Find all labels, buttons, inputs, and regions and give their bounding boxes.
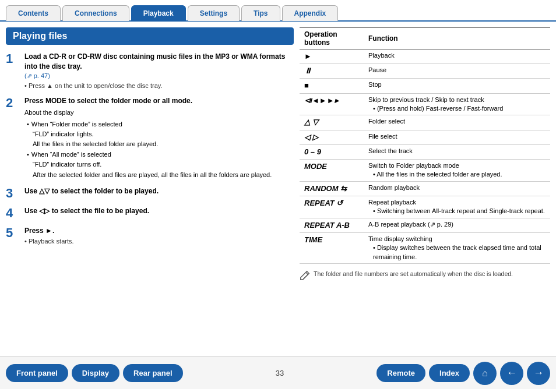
home-button[interactable]: ⌂ — [473, 362, 497, 385]
table-row: ◁ ▷File select — [300, 130, 550, 144]
btn-symbol: ⧏◄►►▸ — [300, 93, 364, 115]
btn-symbol: ■ — [300, 79, 364, 93]
step-ref: (⇗ p. 47) — [24, 72, 294, 80]
step-content: Use △▽ to select the folder to be played… — [24, 186, 294, 200]
tab-connections[interactable]: Connections — [62, 5, 129, 21]
btn-symbol: TIME — [300, 232, 364, 263]
steps-container: 1Load a CD-R or CD-RW disc containing mu… — [6, 52, 294, 246]
btn-function: Stop — [364, 79, 550, 93]
step-bullet: • Press ▲ on the unit to open/close the … — [24, 82, 294, 90]
btn-function: Switch to Folder playback modeAll the fi… — [364, 159, 550, 181]
btn-function: File select — [364, 130, 550, 144]
main-content: Playing files 1Load a CD-R or CD-RW disc… — [0, 22, 556, 356]
btn-symbol: ► — [300, 50, 364, 64]
top-nav: ContentsConnectionsPlaybackSettingsTipsA… — [0, 0, 556, 22]
display-button[interactable]: Display — [72, 364, 119, 382]
btn-function: Skip to previous track / Skip to next tr… — [364, 93, 550, 115]
note-section: The folder and file numbers are set auto… — [300, 270, 550, 281]
tab-playback[interactable]: Playback — [131, 5, 186, 21]
col-header-buttons: Operation buttons — [300, 28, 364, 50]
step-sub-detail: After the selected folder and files are … — [33, 171, 294, 179]
col-header-function: Function — [364, 28, 550, 50]
remote-button[interactable]: Remote — [376, 364, 425, 382]
btn-symbol: ⏸ — [300, 64, 364, 79]
table-row: ►Playback — [300, 50, 550, 64]
step-number: 2 — [6, 96, 19, 181]
btn-function: Repeat playbackSwitching between All-tra… — [364, 196, 550, 218]
svg-marker-1 — [301, 271, 309, 280]
tab-settings[interactable]: Settings — [188, 5, 240, 21]
operation-table: Operation buttons Function ►Playback⏸Pau… — [300, 27, 550, 264]
step-content: Press ►.• Playback starts. — [24, 226, 294, 246]
btn-symbol: RANDOM ⇆ — [300, 181, 364, 196]
btn-function-sub: (Press and hold) Fast-reverse / Fast-for… — [373, 104, 546, 113]
table-row: MODESwitch to Folder playback modeAll th… — [300, 159, 550, 181]
btn-symbol: △ ▽ — [300, 115, 364, 130]
table-row: REPEAT A-BA-B repeat playback (⇗ p. 29) — [300, 218, 550, 232]
btn-symbol: ◁ ▷ — [300, 130, 364, 144]
step-5: 5Press ►.• Playback starts. — [6, 226, 294, 246]
step-number: 1 — [6, 52, 19, 90]
step-3: 3Use △▽ to select the folder to be playe… — [6, 186, 294, 200]
tab-tips[interactable]: Tips — [241, 5, 280, 21]
table-row: ■Stop — [300, 79, 550, 93]
tab-contents[interactable]: Contents — [6, 5, 61, 21]
step-number: 3 — [6, 186, 19, 200]
step-number: 4 — [6, 206, 19, 220]
step-bold-text: Load a CD-R or CD-RW disc containing mus… — [24, 52, 294, 72]
step-bold-text: Press MODE to select the folder mode or … — [24, 96, 294, 106]
btn-function: Pause — [364, 64, 550, 79]
step-sub-bullet: When “Folder mode” is selected — [27, 120, 294, 129]
step-content: Load a CD-R or CD-RW disc containing mus… — [24, 52, 294, 90]
section-title: Playing files — [6, 27, 294, 45]
index-button[interactable]: Index — [429, 364, 470, 382]
btn-function-sub: All the files in the selected folder are… — [373, 170, 546, 179]
step-bold-text: Use ◁▷ to select the file to be played. — [24, 206, 294, 216]
btn-function: Random playback — [364, 181, 550, 196]
table-row: △ ▽Folder select — [300, 115, 550, 130]
page-number: 33 — [186, 369, 374, 377]
btn-function: Select the track — [364, 144, 550, 159]
table-body: ►Playback⏸Pause■Stop⧏◄►►▸Skip to previou… — [300, 50, 550, 264]
note-text: The folder and file numbers are set auto… — [314, 270, 513, 278]
rear-panel-button[interactable]: Rear panel — [123, 364, 182, 382]
tab-appendix[interactable]: Appendix — [282, 5, 339, 21]
step-number: 5 — [6, 226, 19, 246]
step-bold-text: Press ►. — [24, 226, 294, 236]
bottom-nav: Front panel Display Rear panel 33 Remote… — [0, 356, 556, 389]
table-row: TIMETime display switchingDisplay switch… — [300, 232, 550, 263]
table-row: 0 – 9Select the track — [300, 144, 550, 159]
step-bold-text: Use △▽ to select the folder to be played… — [24, 186, 294, 196]
back-button[interactable]: ← — [500, 362, 523, 385]
step-sub-detail: “FLD” indicator lights. — [33, 130, 294, 139]
step-2: 2Press MODE to select the folder mode or… — [6, 96, 294, 181]
btn-function-sub: Display switches between the track elaps… — [373, 243, 546, 262]
btn-symbol: REPEAT ↺ — [300, 196, 364, 218]
step-content: Use ◁▷ to select the file to be played. — [24, 206, 294, 220]
step-sub-items: When “Folder mode” is selected“FLD” indi… — [27, 120, 294, 179]
table-row: ⧏◄►►▸Skip to previous track / Skip to ne… — [300, 93, 550, 115]
table-row: REPEAT ↺Repeat playbackSwitching between… — [300, 196, 550, 218]
front-panel-button[interactable]: Front panel — [6, 364, 68, 382]
btn-function-sub: Switching between All-track repeat and S… — [373, 207, 546, 216]
btn-symbol: MODE — [300, 159, 364, 181]
forward-button[interactable]: → — [527, 362, 550, 385]
left-column: Playing files 1Load a CD-R or CD-RW disc… — [6, 27, 294, 351]
step-sub-detail: All the files in the selected folder are… — [33, 140, 294, 149]
btn-function: A-B repeat playback (⇗ p. 29) — [364, 218, 550, 232]
btn-symbol: REPEAT A-B — [300, 218, 364, 232]
step-sub-detail: “FLD” indicator turns off. — [33, 160, 294, 169]
table-row: ⏸Pause — [300, 64, 550, 79]
btn-function: Folder select — [364, 115, 550, 130]
step-sub-bullet: When “All mode” is selected — [27, 150, 294, 159]
table-row: RANDOM ⇆Random playback — [300, 181, 550, 196]
pencil-icon — [300, 270, 310, 281]
step-4: 4Use ◁▷ to select the file to be played. — [6, 206, 294, 220]
btn-function: Time display switchingDisplay switches b… — [364, 232, 550, 263]
step-content: Press MODE to select the folder mode or … — [24, 96, 294, 181]
svg-line-2 — [306, 273, 308, 275]
step-bullet: • Playback starts. — [24, 237, 294, 246]
step-sub-label: About the display — [24, 108, 294, 117]
btn-function: Playback — [364, 50, 550, 64]
step-1: 1Load a CD-R or CD-RW disc containing mu… — [6, 52, 294, 90]
